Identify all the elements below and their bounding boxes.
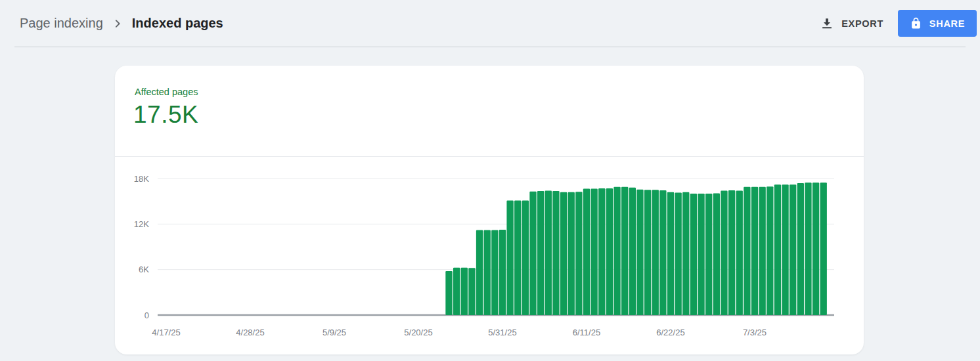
x-tick-label: 6/22/25	[656, 328, 684, 337]
share-label: SHARE	[929, 18, 965, 29]
chart-bar[interactable]	[552, 191, 559, 315]
chart-bar[interactable]	[491, 230, 498, 315]
chart-bar[interactable]	[598, 188, 605, 315]
chart-bar[interactable]	[484, 230, 491, 315]
chart-bar[interactable]	[690, 194, 697, 315]
chart-bar[interactable]	[445, 271, 452, 315]
x-tick-label: 5/31/25	[488, 328, 516, 337]
chart-bar[interactable]	[652, 190, 659, 315]
breadcrumb-indexed-pages: Indexed pages	[132, 16, 223, 31]
affected-pages-card: Affected pages 17.5K 06K12K18K4/17/254/2…	[115, 66, 864, 354]
chart-bar[interactable]	[636, 190, 643, 315]
chart-bar[interactable]	[613, 187, 620, 315]
chart-bar[interactable]	[476, 230, 483, 315]
chart-bar[interactable]	[790, 184, 796, 315]
chart-bar[interactable]	[805, 182, 811, 315]
lock-icon	[910, 17, 922, 30]
chart-bar[interactable]	[560, 192, 567, 315]
chart-bar[interactable]	[629, 188, 636, 315]
breadcrumb: Page indexing Indexed pages	[20, 0, 223, 47]
chart-bar[interactable]	[590, 189, 597, 315]
y-tick-label: 18K	[134, 174, 149, 184]
chart-bar[interactable]	[736, 190, 743, 315]
indexed-pages-chart: 06K12K18K4/17/254/28/255/9/255/20/255/31…	[115, 66, 864, 354]
chart-bar[interactable]	[606, 188, 613, 315]
chart-bar[interactable]	[759, 187, 765, 315]
chart-bar[interactable]	[698, 194, 704, 315]
chart-bar[interactable]	[583, 189, 590, 315]
chart-bar[interactable]	[721, 190, 727, 315]
chart-bar[interactable]	[568, 192, 575, 315]
chart-bar[interactable]	[514, 201, 521, 315]
y-tick-label: 12K	[134, 219, 149, 229]
y-tick-label: 0	[145, 310, 149, 320]
x-tick-label: 4/17/25	[152, 328, 180, 337]
share-button[interactable]: SHARE	[898, 10, 977, 37]
chart-bar[interactable]	[782, 184, 788, 315]
chart-bar[interactable]	[644, 190, 651, 315]
chart-bar[interactable]	[820, 182, 826, 315]
chart-bar[interactable]	[675, 192, 681, 315]
x-tick-label: 6/11/25	[573, 328, 600, 337]
x-tick-label: 5/9/25	[323, 328, 346, 337]
header-divider	[14, 47, 966, 47]
chart-bar[interactable]	[667, 192, 674, 315]
report-header: Page indexing Indexed pages EXPORT SHARE	[0, 0, 980, 47]
download-icon	[820, 16, 834, 31]
chart-bar[interactable]	[468, 268, 475, 315]
chart-bar[interactable]	[453, 268, 460, 315]
x-tick-label: 4/28/25	[236, 328, 264, 337]
chart-bar[interactable]	[659, 190, 666, 315]
chart-bar[interactable]	[767, 186, 773, 315]
export-label: EXPORT	[841, 18, 883, 29]
chart-bar[interactable]	[461, 268, 468, 315]
x-tick-label: 7/3/25	[743, 328, 767, 337]
breadcrumb-page-indexing[interactable]: Page indexing	[20, 16, 103, 31]
x-tick-label: 5/20/25	[404, 328, 432, 337]
chart-bar[interactable]	[813, 182, 819, 315]
chart-bar[interactable]	[522, 201, 529, 315]
chart-bar[interactable]	[529, 192, 536, 315]
chart-bar[interactable]	[751, 187, 758, 315]
chart-bar[interactable]	[682, 192, 689, 315]
chart-bar[interactable]	[621, 187, 628, 315]
chart-bar[interactable]	[537, 191, 544, 315]
chevron-right-icon	[112, 18, 123, 30]
chart-bar[interactable]	[774, 184, 781, 315]
header-actions: EXPORT SHARE	[813, 0, 977, 47]
chart-bar[interactable]	[728, 190, 735, 315]
chart-bar[interactable]	[499, 230, 506, 315]
y-tick-label: 6K	[139, 265, 149, 274]
chart-bar[interactable]	[506, 201, 513, 315]
chart-bar[interactable]	[744, 187, 750, 315]
export-button[interactable]: EXPORT	[813, 11, 890, 36]
chart-bar[interactable]	[545, 190, 552, 315]
chart-bar[interactable]	[797, 183, 804, 315]
chart-bar[interactable]	[575, 192, 582, 315]
chart-bar[interactable]	[705, 194, 712, 315]
chart-bar[interactable]	[713, 194, 720, 315]
